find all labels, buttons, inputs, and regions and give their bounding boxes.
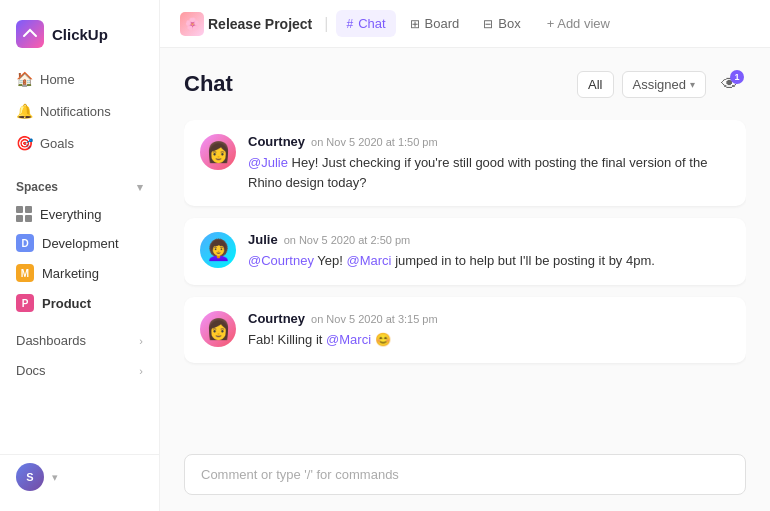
sidebar: ClickUp 🏠 Home 🔔 Notifications 🎯 Goals S… xyxy=(0,0,160,511)
dev-badge: D xyxy=(16,234,34,252)
message-time-3: on Nov 5 2020 at 3:15 pm xyxy=(311,313,438,325)
bell-badge: 1 xyxy=(730,70,744,84)
filter-all-button[interactable]: All xyxy=(577,71,613,98)
everything-icon xyxy=(16,206,32,222)
chat-tab-icon: # xyxy=(346,17,353,31)
main-content: 🌸 Release Project | # Chat ⊞ Board ⊟ Box… xyxy=(160,0,770,511)
logo-icon xyxy=(16,20,44,48)
mkt-badge: M xyxy=(16,264,34,282)
message-body-1: Courtney on Nov 5 2020 at 1:50 pm @Julie… xyxy=(248,134,730,192)
sidebar-item-product[interactable]: P Product xyxy=(8,288,151,318)
message-meta-3: Courtney on Nov 5 2020 at 3:15 pm xyxy=(248,311,730,326)
logo-text: ClickUp xyxy=(52,26,108,43)
message-meta-1: Courtney on Nov 5 2020 at 1:50 pm xyxy=(248,134,730,149)
message-time-1: on Nov 5 2020 at 1:50 pm xyxy=(311,136,438,148)
extra-links: Dashboards › Docs › xyxy=(0,326,159,385)
chevron-down-icon: ▾ xyxy=(52,471,58,484)
sidebar-item-dashboards[interactable]: Dashboards › xyxy=(8,326,151,355)
mention-julie: @Julie xyxy=(248,155,288,170)
tab-divider: | xyxy=(324,15,328,33)
sidebar-item-everything[interactable]: Everything xyxy=(8,200,151,228)
project-icon: 🌸 xyxy=(180,12,204,36)
sidebar-item-goals-label: Goals xyxy=(40,136,74,151)
chat-input-area: Comment or type '/' for commands xyxy=(160,442,770,511)
chat-filters: All Assigned ▾ 👁 1 xyxy=(577,68,746,100)
chat-header: Chat All Assigned ▾ 👁 1 xyxy=(184,68,746,100)
spaces-header: Spaces ▾ xyxy=(8,174,151,200)
message-author-1: Courtney xyxy=(248,134,305,149)
chat-title: Chat xyxy=(184,71,233,97)
sidebar-item-goals[interactable]: 🎯 Goals xyxy=(8,128,151,158)
product-label: Product xyxy=(42,296,91,311)
tab-box-label: Box xyxy=(498,16,520,31)
chevron-right-icon: › xyxy=(139,365,143,377)
box-tab-icon: ⊟ xyxy=(483,17,493,31)
marketing-label: Marketing xyxy=(42,266,99,281)
message-body-2: Julie on Nov 5 2020 at 2:50 pm @Courtney… xyxy=(248,232,730,271)
tab-chat-label: Chat xyxy=(358,16,385,31)
mention-courtney: @Courtney xyxy=(248,253,314,268)
chat-input[interactable]: Comment or type '/' for commands xyxy=(184,454,746,495)
sidebar-item-home[interactable]: 🏠 Home xyxy=(8,64,151,94)
assigned-label: Assigned xyxy=(633,77,686,92)
sidebar-nav: 🏠 Home 🔔 Notifications 🎯 Goals xyxy=(0,64,159,158)
home-icon: 🏠 xyxy=(16,71,32,87)
message-author-2: Julie xyxy=(248,232,278,247)
message-card-1: 👩 Courtney on Nov 5 2020 at 1:50 pm @Jul… xyxy=(184,120,746,206)
notifications-icon: 🔔 xyxy=(16,103,32,119)
development-label: Development xyxy=(42,236,119,251)
everything-label: Everything xyxy=(40,207,101,222)
filter-assigned-button[interactable]: Assigned ▾ xyxy=(622,71,706,98)
add-view-button[interactable]: + Add view xyxy=(539,10,618,37)
messages-list: 👩 Courtney on Nov 5 2020 at 1:50 pm @Jul… xyxy=(184,120,746,442)
message-card-2: 👩‍🦱 Julie on Nov 5 2020 at 2:50 pm @Cour… xyxy=(184,218,746,285)
notification-bell[interactable]: 👁 1 xyxy=(714,68,746,100)
project-name: Release Project xyxy=(208,16,312,32)
tab-board-label: Board xyxy=(425,16,460,31)
mention-marci: @Marci xyxy=(347,253,392,268)
message-author-3: Courtney xyxy=(248,311,305,326)
message-text-1: @Julie Hey! Just checking if you're stil… xyxy=(248,153,730,192)
message-card-3: 👩 Courtney on Nov 5 2020 at 3:15 pm Fab!… xyxy=(184,297,746,364)
logo: ClickUp xyxy=(0,12,159,64)
sidebar-item-marketing[interactable]: M Marketing xyxy=(8,258,151,288)
sidebar-item-home-label: Home xyxy=(40,72,75,87)
message-text-2: @Courtney Yep! @Marci jumped in to help … xyxy=(248,251,730,271)
sidebar-item-notifications[interactable]: 🔔 Notifications xyxy=(8,96,151,126)
chevron-down-icon: ▾ xyxy=(690,79,695,90)
sidebar-item-notifications-label: Notifications xyxy=(40,104,111,119)
sidebar-bottom: S ▾ xyxy=(0,454,159,499)
prod-badge: P xyxy=(16,294,34,312)
avatar-courtney-2: 👩 xyxy=(200,311,236,347)
message-body-3: Courtney on Nov 5 2020 at 3:15 pm Fab! K… xyxy=(248,311,730,350)
avatar-julie: 👩‍🦱 xyxy=(200,232,236,268)
tab-box[interactable]: ⊟ Box xyxy=(473,10,530,37)
avatar-courtney-1: 👩 xyxy=(200,134,236,170)
message-meta-2: Julie on Nov 5 2020 at 2:50 pm xyxy=(248,232,730,247)
board-tab-icon: ⊞ xyxy=(410,17,420,31)
chat-area: Chat All Assigned ▾ 👁 1 👩 xyxy=(160,48,770,442)
goals-icon: 🎯 xyxy=(16,135,32,151)
chevron-down-icon: ▾ xyxy=(137,181,143,194)
message-text-3: Fab! Killing it @Marci 😊 xyxy=(248,330,730,350)
sidebar-item-docs[interactable]: Docs › xyxy=(8,356,151,385)
sidebar-item-development[interactable]: D Development xyxy=(8,228,151,258)
user-avatar[interactable]: S xyxy=(16,463,44,491)
spaces-section: Spaces ▾ Everything D Development M Mark… xyxy=(0,174,159,318)
message-time-2: on Nov 5 2020 at 2:50 pm xyxy=(284,234,411,246)
chevron-right-icon: › xyxy=(139,335,143,347)
topbar: 🌸 Release Project | # Chat ⊞ Board ⊟ Box… xyxy=(160,0,770,48)
tab-board[interactable]: ⊞ Board xyxy=(400,10,470,37)
tab-chat[interactable]: # Chat xyxy=(336,10,395,37)
mention-marci-2: @Marci xyxy=(326,332,371,347)
